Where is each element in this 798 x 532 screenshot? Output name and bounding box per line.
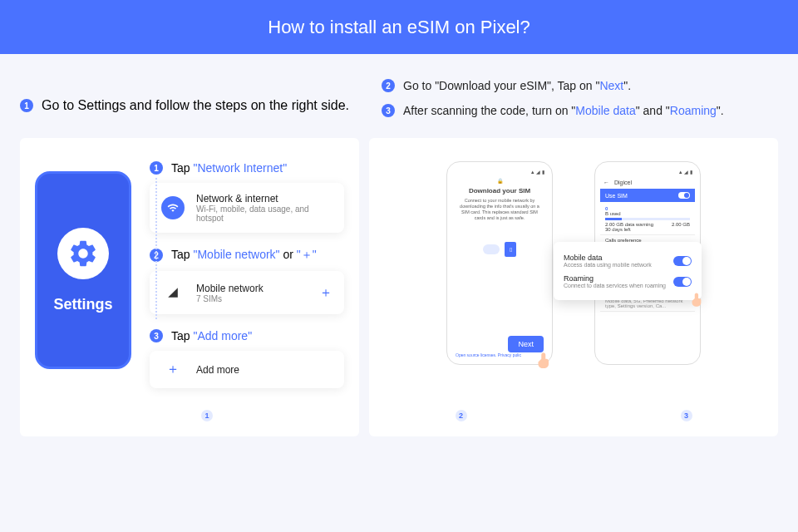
step-2: 2 Tap "Mobile network" or "＋" Mobile net… [150,248,344,314]
page-title: How to install an eSIM on Pixel? [268,17,530,38]
intro-left: 1 Go to Settings and follow the steps on… [20,79,357,117]
intro-text-1: Go to Settings and follow the steps on t… [42,98,349,113]
intro-item-2: 2 Go to "Download your eSIM", Tap on "Ne… [382,79,778,92]
plus-icon: ＋ [161,361,185,378]
status-icons: ▲ ◢ ▮ [452,169,547,178]
toggle-roaming[interactable] [673,277,692,287]
step-2-label: 2 Tap "Mobile network" or "＋" [150,248,344,263]
cloud-icon [483,244,500,254]
gear-icon [67,238,99,269]
mobile-data-row[interactable]: Mobile data Access data using mobile net… [564,250,692,271]
status-icons: ▲ ◢ ▮ [600,169,695,178]
carrier-hdr: ←Digicel [600,178,695,187]
intro-row: 1 Go to Settings and follow the steps on… [20,79,778,117]
card-network-internet[interactable]: Network & internet Wi-Fi, mobile, data u… [150,183,344,233]
finger-pointer-icon [687,288,708,310]
panel-right: ▲ ◢ ▮ 🔒 Download your SIM Connect to you… [369,138,778,436]
card-mobile-network[interactable]: Mobile network 7 SIMs ＋ [150,271,344,314]
steps-col: 1 Tap "Network Internet" Network & inter… [150,161,344,403]
sim-icon: ▯ [505,242,516,257]
step-1: 1 Tap "Network Internet" Network & inter… [150,161,344,233]
intro-text-3: After scanning the code, turn on "Mobile… [403,104,724,117]
step-badge-2: 2 [382,79,395,92]
footer-badges-right: 2 3 [369,410,778,421]
download-title: Download your SIM [452,187,547,195]
wifi-icon [161,196,185,219]
signal-icon [161,281,185,304]
toggle-icon[interactable] [678,192,690,199]
header: How to install an eSIM on Pixel? [0,0,798,54]
intro-text-2: Go to "Download your eSIM", Tap on "Next… [403,79,631,92]
card-text: Network & internet Wi-Fi, mobile, data u… [196,193,332,223]
toggle-mobile-data[interactable] [673,256,692,266]
progress-bar [605,218,690,220]
step-3: 3 Tap "Add more" ＋ Add more [150,329,344,388]
roaming-row[interactable]: Roaming Connect to data services when ro… [564,271,692,292]
gear-circle [57,228,109,279]
footer-badge-1: 1 [201,410,213,421]
lock-icon: 🔒 [452,178,547,184]
phone-mock-download: ▲ ◢ ▮ 🔒 Download your SIM Connect to you… [446,161,553,365]
phone-label: Settings [53,296,112,313]
card-add-more[interactable]: ＋ Add more [150,351,344,388]
content: 1 Go to Settings and follow the steps on… [0,54,798,436]
finger-pointer-icon [532,347,557,372]
plus-icon[interactable]: ＋ [319,284,332,302]
illus: ▯ [452,242,547,257]
panels: Settings 1 Tap "Network Internet" Networ… [20,138,778,436]
card-text: Add more [196,364,332,376]
panel-left: Settings 1 Tap "Network Internet" Networ… [20,138,359,436]
step-1-label: 1 Tap "Network Internet" [150,161,344,175]
use-sim-bar[interactable]: Use SIM [600,189,695,202]
step-badge-3: 3 [382,104,395,117]
usage-section: 0 B used 2.00 GB data warning2.00 GB 30 … [600,204,695,235]
intro-item-3: 3 After scanning the code, turn on "Mobi… [382,104,778,117]
step-3-label: 3 Tap "Add more" [150,329,344,342]
card-text: Mobile network 7 SIMs [196,283,308,303]
download-desc: Connect to your mobile network by downlo… [452,198,547,222]
overlay-card: Mobile data Access data using mobile net… [554,242,702,300]
intro-right: 2 Go to "Download your eSIM", Tap on "Ne… [382,79,778,117]
phone-frame-settings: Settings [35,171,131,369]
step-badge-1: 1 [20,99,33,112]
dotted-line [155,178,157,319]
